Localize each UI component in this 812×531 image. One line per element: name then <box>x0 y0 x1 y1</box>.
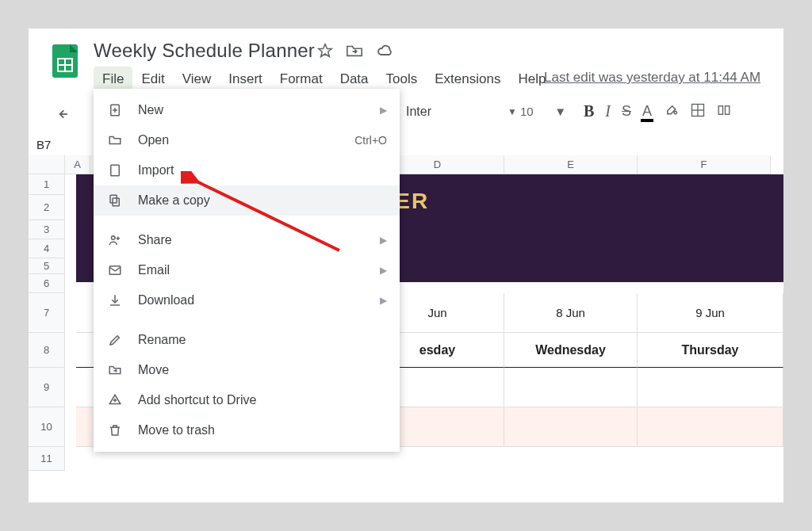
copy-icon <box>108 193 125 208</box>
svg-point-6 <box>674 112 676 114</box>
col-head-e[interactable]: E <box>504 155 638 174</box>
drive-shortcut-icon <box>108 393 125 407</box>
svg-rect-17 <box>110 195 117 203</box>
rename-icon <box>108 333 125 347</box>
italic-button[interactable]: I <box>605 102 611 120</box>
file-menu-open[interactable]: Open Ctrl+O <box>94 125 400 155</box>
strikethrough-button[interactable]: S <box>622 103 631 120</box>
row-head-10[interactable]: 10 <box>29 407 65 447</box>
download-icon <box>108 293 125 308</box>
merge-button[interactable] <box>717 102 731 121</box>
date-f[interactable]: 9 Jun <box>638 293 783 333</box>
file-menu-email[interactable]: Email ▶ <box>94 255 400 285</box>
import-icon <box>108 163 125 178</box>
fill-color-button[interactable] <box>663 101 679 121</box>
day-f[interactable]: Thursday <box>638 333 783 368</box>
submenu-arrow-icon: ▶ <box>380 235 387 246</box>
submenu-arrow-icon: ▶ <box>380 105 387 116</box>
row-head-3[interactable]: 3 <box>29 220 65 239</box>
sheets-logo <box>51 43 79 79</box>
star-icon[interactable] <box>317 43 333 59</box>
folder-icon <box>108 133 125 147</box>
row-head-8[interactable]: 8 <box>29 333 65 368</box>
trash-icon <box>108 423 125 437</box>
svg-point-18 <box>112 236 116 240</box>
new-file-icon <box>108 103 125 117</box>
row-head-1[interactable]: 1 <box>29 174 65 195</box>
row-head-4[interactable]: 4 <box>29 239 65 258</box>
caret-down-icon: ▼ <box>554 105 566 118</box>
cloud-icon[interactable] <box>376 43 395 59</box>
row-head-2[interactable]: 2 <box>29 195 65 220</box>
svg-rect-16 <box>113 198 119 206</box>
date-e[interactable]: 8 Jun <box>504 293 638 333</box>
move-folder-icon <box>108 363 125 377</box>
shortcut-label: Ctrl+O <box>354 134 387 147</box>
submenu-arrow-icon: ▶ <box>380 295 387 306</box>
file-menu-new[interactable]: New ▶ <box>94 95 400 125</box>
file-menu-dropdown: New ▶ Open Ctrl+O Import Make a copy Sha… <box>94 89 400 452</box>
day-e[interactable]: Wednesday <box>504 333 638 368</box>
file-menu-move[interactable]: Move <box>94 355 400 385</box>
text-color-button[interactable]: A <box>642 103 652 120</box>
doc-title[interactable]: Weekly Schedule Planner <box>94 40 315 62</box>
font-select[interactable]: Inter ▼ <box>406 105 517 119</box>
svg-marker-5 <box>319 44 332 57</box>
share-icon <box>108 233 125 247</box>
file-menu-download[interactable]: Download ▶ <box>94 285 400 315</box>
file-menu-import[interactable]: Import <box>94 155 400 185</box>
email-icon <box>108 263 125 277</box>
col-head-a[interactable]: A <box>65 155 90 174</box>
svg-rect-10 <box>718 105 722 114</box>
caret-down-icon: ▼ <box>508 106 517 117</box>
file-menu-add-shortcut[interactable]: Add shortcut to Drive <box>94 385 400 415</box>
row-head-11[interactable]: 11 <box>29 447 65 471</box>
svg-rect-11 <box>726 105 730 114</box>
borders-button[interactable] <box>690 102 706 121</box>
font-size: 10 <box>520 105 534 118</box>
undo-icon[interactable] <box>52 103 79 125</box>
svg-rect-15 <box>111 165 120 176</box>
submenu-arrow-icon: ▶ <box>380 265 387 276</box>
bold-button[interactable]: B <box>584 102 594 120</box>
file-menu-rename[interactable]: Rename <box>94 325 400 355</box>
file-menu-trash[interactable]: Move to trash <box>94 415 400 445</box>
menu-extensions[interactable]: Extensions <box>426 67 509 92</box>
row-head-6[interactable]: 6 <box>29 274 65 293</box>
font-size-select[interactable]: 10 ▼ <box>520 105 566 118</box>
file-menu-make-copy[interactable]: Make a copy <box>94 185 400 216</box>
font-name: Inter <box>406 105 431 119</box>
select-all-corner[interactable] <box>29 155 65 174</box>
row-head-5[interactable]: 5 <box>29 258 65 274</box>
row-head-9[interactable]: 9 <box>29 368 65 407</box>
name-box[interactable]: B7 <box>33 135 92 154</box>
row-head-7[interactable]: 7 <box>29 293 65 333</box>
move-icon[interactable] <box>346 43 363 59</box>
col-head-f[interactable]: F <box>638 155 771 174</box>
file-menu-share[interactable]: Share ▶ <box>94 225 400 255</box>
last-edit-status[interactable]: Last edit was yesterday at 11:44 AM <box>544 70 760 86</box>
